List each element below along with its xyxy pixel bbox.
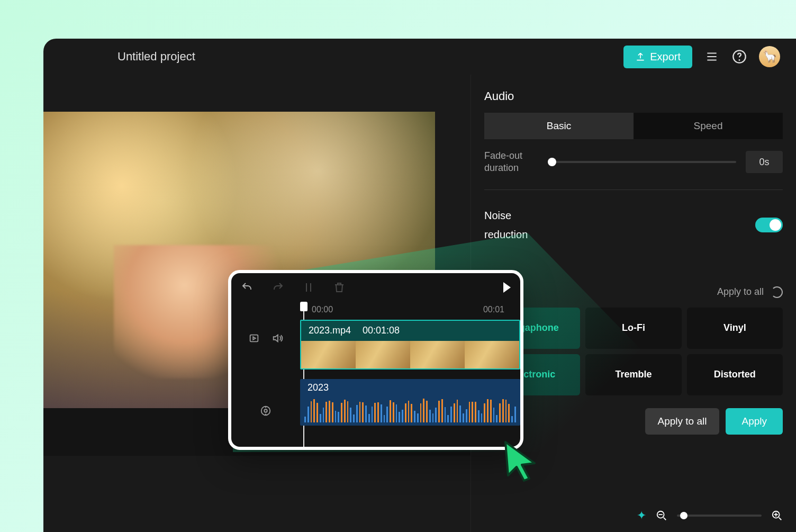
svg-rect-4 xyxy=(250,335,258,341)
video-clip[interactable]: 2023.mp4 00:01:08 xyxy=(300,320,520,369)
zoom-out-icon[interactable] xyxy=(656,510,667,521)
video-clip-duration: 00:01:08 xyxy=(363,325,400,336)
export-label: Export xyxy=(650,51,681,63)
upload-icon xyxy=(635,51,646,62)
ruler-time-0: 00:00 xyxy=(312,305,333,314)
effect-lofi[interactable]: Lo-Fi xyxy=(585,308,681,349)
fade-out-row: Fade-out duration 0s xyxy=(484,150,783,175)
fade-out-label: Fade-out duration xyxy=(484,150,542,175)
undo-icon[interactable] xyxy=(241,281,254,294)
audio-clip[interactable]: 2023 xyxy=(300,379,520,426)
zoom-slider[interactable] xyxy=(677,515,762,517)
fade-out-value[interactable]: 0s xyxy=(746,151,783,173)
timeline-tracks[interactable]: 00:00 00:01 2023.mp4 00:01:08 2023 xyxy=(300,302,520,447)
video-track-header[interactable] xyxy=(231,302,300,374)
effect-distorted[interactable]: Distorted xyxy=(687,354,783,395)
zoom-in-icon[interactable] xyxy=(771,510,783,521)
timeline-play-icon[interactable] xyxy=(503,282,511,293)
effect-vinyl[interactable]: Vinyl xyxy=(687,308,783,349)
zoom-bar: ✦ xyxy=(637,509,783,522)
timeline-gutter xyxy=(231,302,300,447)
volume-icon[interactable] xyxy=(272,332,283,344)
timeline-ruler[interactable]: 00:00 00:01 xyxy=(300,302,520,320)
reset-icon[interactable] xyxy=(771,286,783,298)
audio-track-header[interactable] xyxy=(231,374,300,447)
noise-reduction-toggle[interactable] xyxy=(755,218,783,232)
apply-to-all-link[interactable]: Apply to all xyxy=(717,286,764,297)
layers-icon[interactable] xyxy=(704,49,720,65)
noise-reduction-row: Noisereduction xyxy=(484,206,783,244)
tab-speed[interactable]: Speed xyxy=(634,113,783,139)
video-clip-filename: 2023.mp4 xyxy=(309,325,351,336)
split-icon xyxy=(302,281,315,294)
user-avatar[interactable]: 🦙 xyxy=(759,46,780,67)
timeline-body: 00:00 00:01 2023.mp4 00:01:08 2023 xyxy=(231,302,520,447)
help-icon[interactable] xyxy=(731,49,747,65)
effects-actions: Apply to all Apply xyxy=(484,408,783,435)
effects-grid: Megaphone Lo-Fi Vinyl Electronic Tremble… xyxy=(484,308,783,395)
top-bar: Untitled project Export 🦙 xyxy=(43,39,796,75)
noise-reduction-label: Noisereduction xyxy=(484,206,528,244)
snap-icon[interactable]: ✦ xyxy=(637,509,646,522)
effect-tremble[interactable]: Tremble xyxy=(585,354,681,395)
apply-to-all-button[interactable]: Apply to all xyxy=(645,408,720,435)
ruler-time-1: 00:01 xyxy=(483,305,504,314)
effects-header: Apply to all xyxy=(484,286,783,298)
svg-point-1 xyxy=(739,59,740,61)
zoom-thumb[interactable] xyxy=(680,512,688,519)
timeline-toolbar xyxy=(231,273,520,302)
divider xyxy=(484,190,783,190)
fade-out-slider[interactable] xyxy=(552,161,736,163)
video-thumbnails xyxy=(301,341,519,368)
svg-point-6 xyxy=(264,409,267,412)
audio-tabs: Basic Speed xyxy=(484,113,783,139)
project-title: Untitled project xyxy=(117,50,623,64)
slider-thumb[interactable] xyxy=(548,158,556,166)
pointer-cursor-icon xyxy=(503,439,540,482)
panel-title: Audio xyxy=(484,75,783,113)
delete-icon xyxy=(333,281,346,294)
export-button[interactable]: Export xyxy=(623,46,692,68)
audio-clip-name: 2023 xyxy=(307,382,329,393)
audio-waveform xyxy=(304,398,516,422)
timeline-popup: 00:00 00:01 2023.mp4 00:01:08 2023 xyxy=(228,270,523,450)
tab-basic[interactable]: Basic xyxy=(484,113,634,139)
redo-icon xyxy=(272,281,284,294)
apply-button[interactable]: Apply xyxy=(726,408,783,435)
